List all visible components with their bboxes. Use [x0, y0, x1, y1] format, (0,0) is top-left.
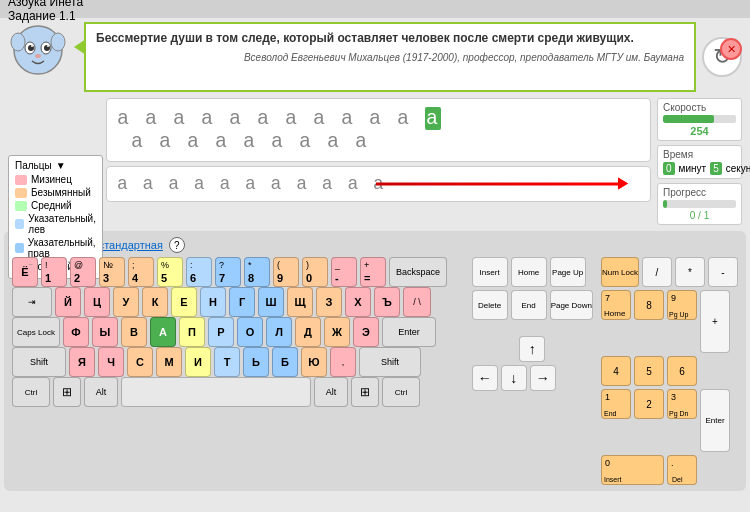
key-equals[interactable]: +=	[360, 257, 386, 287]
key-a[interactable]: А	[150, 317, 176, 347]
key-zh[interactable]: Ж	[324, 317, 350, 347]
key-i[interactable]: И	[185, 347, 211, 377]
key-tvz[interactable]: Ъ	[374, 287, 400, 317]
key-t[interactable]: Т	[214, 347, 240, 377]
key-l[interactable]: Л	[266, 317, 292, 347]
key-shift-right[interactable]: Shift	[359, 347, 421, 377]
key-p[interactable]: П	[179, 317, 205, 347]
key-alt-right[interactable]: Alt	[314, 377, 348, 407]
key-8[interactable]: *8	[244, 257, 270, 287]
key-4[interactable]: ;4	[128, 257, 154, 287]
key-np-7[interactable]: 7Home	[601, 290, 631, 320]
key-np-plus[interactable]: +	[700, 290, 730, 353]
key-comma[interactable]: ,	[330, 347, 356, 377]
key-ya[interactable]: Я	[69, 347, 95, 377]
key-yo[interactable]: Ё~	[12, 257, 38, 287]
close-button[interactable]: ✕	[720, 38, 742, 60]
key-up[interactable]: ↑	[519, 336, 545, 362]
fingers-header[interactable]: Пальцы ▼	[15, 160, 96, 171]
key-6[interactable]: :6	[186, 257, 212, 287]
key-left[interactable]: ←	[472, 365, 498, 391]
key-k[interactable]: К	[142, 287, 168, 317]
key-home[interactable]: Home	[511, 257, 547, 287]
key-d[interactable]: Д	[295, 317, 321, 347]
key-np-enter[interactable]: Enter	[700, 389, 730, 452]
key-ts[interactable]: Ц	[84, 287, 110, 317]
key-down[interactable]: ↓	[501, 365, 527, 391]
key-np-9[interactable]: 9Pg Up	[667, 290, 697, 320]
key-s[interactable]: С	[127, 347, 153, 377]
key-tab[interactable]: ⇥	[12, 287, 52, 317]
key-ctrl-left[interactable]: Ctrl	[12, 377, 50, 407]
key-shift-left[interactable]: Shift	[12, 347, 66, 377]
key-soft[interactable]: Ь	[243, 347, 269, 377]
key-3[interactable]: №3	[99, 257, 125, 287]
key-g[interactable]: Г	[229, 287, 255, 317]
finger-color-ring	[15, 188, 27, 198]
quote-text: Бессмертие души в том следе, который ост…	[96, 30, 684, 47]
key-m[interactable]: М	[156, 347, 182, 377]
key-yu[interactable]: Ю	[301, 347, 327, 377]
key-insert[interactable]: Insert	[472, 257, 508, 287]
key-r[interactable]: Р	[208, 317, 234, 347]
key-end[interactable]: End	[511, 290, 547, 320]
key-b[interactable]: Б	[272, 347, 298, 377]
key-np-2[interactable]: 2	[634, 389, 664, 419]
key-7[interactable]: ?7	[215, 257, 241, 287]
key-h[interactable]: Х	[345, 287, 371, 317]
key-right[interactable]: →	[530, 365, 556, 391]
fingers-title: Пальцы	[15, 160, 52, 171]
key-page-up[interactable]: Page Up	[550, 257, 586, 287]
typing-input-area[interactable]: а а а а а а а а а а а	[106, 166, 651, 202]
key-minus[interactable]: _-	[331, 257, 357, 287]
progress-bar-fill	[663, 200, 667, 208]
key-ch[interactable]: Ч	[98, 347, 124, 377]
key-win-left[interactable]: ⊞	[53, 377, 81, 407]
key-np-star[interactable]: *	[675, 257, 705, 287]
key-np-3[interactable]: 3Pg Dn	[667, 389, 697, 419]
key-page-down[interactable]: Page Down	[550, 290, 593, 320]
help-icon: ?	[174, 240, 180, 251]
key-ctrl-right[interactable]: Ctrl	[382, 377, 420, 407]
key-o[interactable]: О	[237, 317, 263, 347]
time-seconds-label: секунд	[726, 163, 750, 174]
layout-name-link[interactable]: стандартная	[99, 239, 163, 251]
key-z[interactable]: З	[316, 287, 342, 317]
quote-box: Бессмертие души в том следе, который ост…	[84, 22, 696, 92]
key-np-minus[interactable]: -	[708, 257, 738, 287]
key-alt-left[interactable]: Alt	[84, 377, 118, 407]
key-0[interactable]: )0	[302, 257, 328, 287]
key-sh[interactable]: Ш	[258, 287, 284, 317]
key-2[interactable]: @2	[70, 257, 96, 287]
key-backspace[interactable]: Backspace	[389, 257, 447, 287]
key-j[interactable]: Й	[55, 287, 81, 317]
key-np-8[interactable]: 8	[634, 290, 664, 320]
key-win-right[interactable]: ⊞	[351, 377, 379, 407]
key-np-slash[interactable]: /	[642, 257, 672, 287]
key-ee[interactable]: Э	[353, 317, 379, 347]
key-f[interactable]: Ф	[63, 317, 89, 347]
key-u[interactable]: У	[113, 287, 139, 317]
key-np-4[interactable]: 4	[601, 356, 631, 386]
key-backslash[interactable]: / \	[403, 287, 431, 317]
finger-color-index-r	[15, 243, 24, 253]
key-shch[interactable]: Щ	[287, 287, 313, 317]
key-np-6[interactable]: 6	[667, 356, 697, 386]
key-y[interactable]: Ы	[92, 317, 118, 347]
key-np-0[interactable]: 0Insert	[601, 455, 664, 485]
key-1[interactable]: !1	[41, 257, 67, 287]
key-enter[interactable]: Enter	[382, 317, 436, 347]
key-v[interactable]: В	[121, 317, 147, 347]
help-button[interactable]: ?	[169, 237, 185, 253]
key-n[interactable]: Н	[200, 287, 226, 317]
key-9[interactable]: (9	[273, 257, 299, 287]
key-delete[interactable]: Delete	[472, 290, 508, 320]
key-e[interactable]: Е	[171, 287, 197, 317]
key-5[interactable]: %5	[157, 257, 183, 287]
key-np-1[interactable]: 1End	[601, 389, 631, 419]
key-space[interactable]	[121, 377, 311, 407]
key-numlock[interactable]: Num Lock	[601, 257, 639, 287]
key-np-5[interactable]: 5	[634, 356, 664, 386]
key-caps-lock[interactable]: Caps Lock	[12, 317, 60, 347]
key-np-dot[interactable]: .Del	[667, 455, 697, 485]
